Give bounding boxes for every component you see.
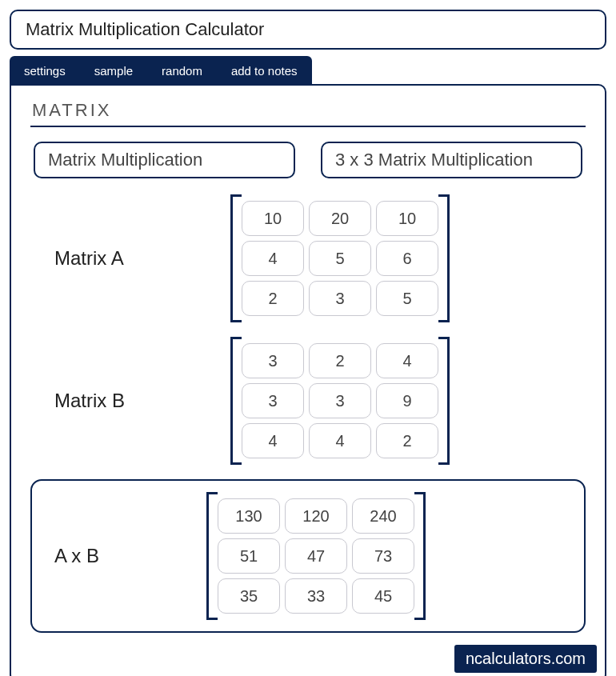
matrix-b-cell[interactable]: 9 bbox=[376, 383, 438, 418]
bracket-right-icon bbox=[438, 337, 450, 465]
bracket-right-icon bbox=[414, 492, 426, 620]
matrix-b-grid: 3 2 4 3 3 9 4 4 2 bbox=[230, 337, 450, 465]
section-label: MATRIX bbox=[30, 97, 586, 127]
matrix-a-grid: 10 20 10 4 5 6 2 3 5 bbox=[230, 194, 450, 322]
toolbar: settings sample random add to notes bbox=[10, 56, 312, 86]
bracket-right-icon bbox=[438, 194, 450, 322]
matrix-b-cell[interactable]: 3 bbox=[242, 383, 304, 418]
result-cell: 51 bbox=[218, 538, 280, 574]
matrix-b-cell[interactable]: 4 bbox=[376, 343, 438, 378]
matrix-b-label: Matrix B bbox=[54, 390, 230, 412]
result-cell: 33 bbox=[285, 578, 347, 614]
result-box: A x B 130 120 240 51 47 73 35 33 45 bbox=[30, 479, 586, 633]
matrix-a-cell[interactable]: 10 bbox=[242, 201, 304, 236]
brand-badge[interactable]: ncalculators.com bbox=[454, 645, 597, 673]
result-cell: 47 bbox=[285, 538, 347, 574]
result-cell: 35 bbox=[218, 578, 280, 614]
mode-3x3-button[interactable]: 3 x 3 Matrix Multiplication bbox=[321, 142, 582, 178]
mode-row: Matrix Multiplication 3 x 3 Matrix Multi… bbox=[30, 142, 586, 178]
main-panel: MATRIX Matrix Multiplication 3 x 3 Matri… bbox=[10, 84, 606, 676]
matrix-a-cell[interactable]: 5 bbox=[309, 241, 371, 276]
bracket-left-icon bbox=[230, 337, 242, 465]
bracket-left-icon bbox=[230, 194, 242, 322]
matrix-a-cell[interactable]: 3 bbox=[309, 281, 371, 316]
matrix-a-cell[interactable]: 5 bbox=[376, 281, 438, 316]
page-title: Matrix Multiplication Calculator bbox=[10, 10, 606, 50]
result-cell: 45 bbox=[352, 578, 414, 614]
matrix-b-cell[interactable]: 2 bbox=[309, 343, 371, 378]
settings-button[interactable]: settings bbox=[10, 56, 80, 86]
matrix-b-cell[interactable]: 2 bbox=[376, 423, 438, 458]
matrix-b-row: Matrix B 3 2 4 3 3 9 4 4 2 bbox=[30, 337, 586, 465]
matrix-b-cell[interactable]: 4 bbox=[242, 423, 304, 458]
add-to-notes-button[interactable]: add to notes bbox=[217, 56, 312, 86]
result-cell: 120 bbox=[285, 498, 347, 534]
matrix-b-cell[interactable]: 3 bbox=[242, 343, 304, 378]
sample-button[interactable]: sample bbox=[80, 56, 147, 86]
result-cell: 240 bbox=[352, 498, 414, 534]
matrix-a-label: Matrix A bbox=[54, 247, 230, 270]
result-label: A x B bbox=[46, 545, 206, 567]
mode-generic-button[interactable]: Matrix Multiplication bbox=[34, 142, 295, 178]
matrix-a-cell[interactable]: 2 bbox=[242, 281, 304, 316]
result-cell: 130 bbox=[218, 498, 280, 534]
result-grid: 130 120 240 51 47 73 35 33 45 bbox=[206, 492, 426, 620]
matrix-b-cell[interactable]: 3 bbox=[309, 383, 371, 418]
matrix-a-cell[interactable]: 6 bbox=[376, 241, 438, 276]
matrix-a-cell[interactable]: 20 bbox=[309, 201, 371, 236]
result-cell: 73 bbox=[352, 538, 414, 574]
matrix-a-cell[interactable]: 4 bbox=[242, 241, 304, 276]
matrix-a-cell[interactable]: 10 bbox=[376, 201, 438, 236]
bracket-left-icon bbox=[206, 492, 218, 620]
matrix-a-row: Matrix A 10 20 10 4 5 6 2 3 5 bbox=[30, 194, 586, 322]
random-button[interactable]: random bbox=[147, 56, 217, 86]
matrix-b-cell[interactable]: 4 bbox=[309, 423, 371, 458]
